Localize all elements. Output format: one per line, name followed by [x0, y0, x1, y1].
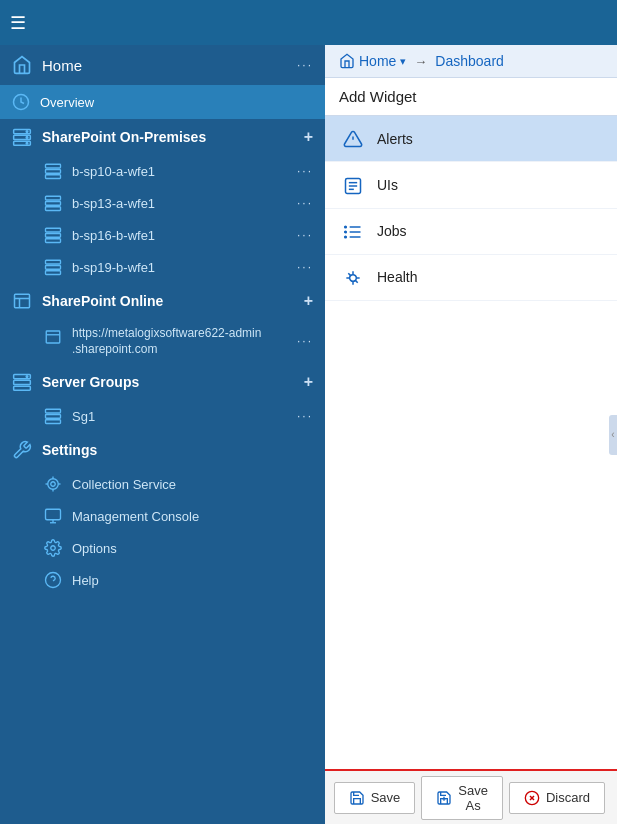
svg-rect-26 [14, 386, 31, 390]
collection-service-label: Collection Service [72, 477, 176, 492]
save-button[interactable]: Save [334, 782, 416, 814]
sg1-dots[interactable]: ··· [297, 409, 313, 423]
svg-rect-9 [46, 175, 61, 179]
server-2-dots[interactable]: ··· [297, 228, 313, 242]
settings-icon [12, 440, 32, 460]
save-icon [349, 789, 365, 807]
widget-alerts-label: Alerts [377, 131, 413, 147]
svg-rect-22 [46, 331, 60, 343]
sidebar-item-home[interactable]: Home ··· [0, 45, 325, 85]
settings-label: Settings [42, 442, 97, 458]
sidebar: Home ··· Overview [0, 45, 325, 824]
svg-point-6 [26, 142, 28, 144]
svg-rect-29 [46, 415, 61, 419]
sidebar-item-server-1[interactable]: b-sp13-a-wfe1 ··· [0, 187, 325, 219]
server-0-dots[interactable]: ··· [297, 164, 313, 178]
svg-rect-8 [46, 170, 61, 174]
save-label: Save [371, 790, 401, 805]
svg-rect-16 [46, 260, 61, 264]
svg-rect-11 [46, 202, 61, 206]
svg-point-31 [51, 482, 56, 487]
help-label: Help [72, 573, 99, 588]
svg-rect-15 [46, 239, 61, 243]
server-3-dots[interactable]: ··· [297, 260, 313, 274]
sharepoint-online-icon [12, 291, 32, 311]
svg-rect-7 [46, 164, 61, 168]
breadcrumb-home-icon [339, 53, 355, 69]
svg-rect-25 [14, 381, 31, 385]
save-as-icon [436, 789, 452, 807]
sidebar-section-server-groups[interactable]: Server Groups + [0, 364, 325, 400]
svg-rect-37 [46, 509, 61, 520]
top-bar: ☰ [0, 0, 617, 45]
sharepoint-onprem-icon [12, 127, 32, 147]
server-groups-icon [12, 372, 32, 392]
overview-label: Overview [40, 95, 94, 110]
online-site-0-dots[interactable]: ··· [297, 334, 313, 350]
sidebar-item-online-site-0[interactable]: https://metalogixsoftware622-admin .shar… [0, 319, 325, 364]
save-as-label: Save As [458, 783, 488, 813]
sidebar-item-sg1[interactable]: Sg1 ··· [0, 400, 325, 432]
breadcrumb-bar: Home ▾ → Dashboard [325, 45, 617, 78]
collection-service-icon [44, 475, 62, 493]
sidebar-scroll: Home ··· Overview [0, 45, 325, 824]
widget-item-alerts[interactable]: Alerts [325, 116, 617, 162]
overview-icon [12, 93, 30, 111]
breadcrumb-dashboard-label: Dashboard [435, 53, 504, 69]
svg-point-4 [26, 131, 28, 133]
svg-rect-19 [15, 294, 30, 307]
svg-line-61 [355, 280, 357, 282]
discard-label: Discard [546, 790, 590, 805]
sidebar-item-server-3[interactable]: b-sp19-b-wfe1 ··· [0, 251, 325, 283]
sidebar-section-sharepoint-online[interactable]: SharePoint Online + [0, 283, 325, 319]
sidebar-item-help[interactable]: Help [0, 564, 325, 596]
breadcrumb-home-label: Home [359, 53, 396, 69]
svg-rect-14 [46, 234, 61, 238]
server-icon [44, 258, 62, 276]
options-label: Options [72, 541, 117, 556]
svg-point-40 [51, 546, 56, 551]
sidebar-section-sharepoint-onprem[interactable]: SharePoint On-Premises + [0, 119, 325, 155]
sidebar-section-settings: Settings [0, 432, 325, 468]
server-2-label: b-sp16-b-wfe1 [72, 228, 155, 243]
right-panel-handle[interactable]: ‹ [609, 415, 617, 455]
sidebar-item-management-console[interactable]: Management Console [0, 500, 325, 532]
svg-rect-28 [46, 409, 61, 413]
add-sharepoint-online-button[interactable]: + [304, 292, 313, 310]
add-widget-title: Add Widget [339, 88, 417, 105]
svg-line-60 [348, 273, 350, 275]
sharepoint-onprem-label: SharePoint On-Premises [42, 129, 206, 145]
sg1-label: Sg1 [72, 409, 95, 424]
add-server-group-button[interactable]: + [304, 373, 313, 391]
widget-item-health[interactable]: Health [325, 255, 617, 301]
breadcrumb-dropdown-icon[interactable]: ▾ [400, 55, 406, 68]
breadcrumb-arrow: → [414, 54, 427, 69]
server-groups-label: Server Groups [42, 374, 139, 390]
widget-list: Alerts UIs [325, 116, 617, 769]
svg-point-41 [46, 573, 61, 588]
bottom-toolbar: Save Save As [325, 769, 617, 824]
home-icon [12, 55, 32, 75]
svg-rect-13 [46, 228, 61, 232]
save-as-button[interactable]: Save As [421, 776, 503, 820]
sidebar-item-server-2[interactable]: b-sp16-b-wfe1 ··· [0, 219, 325, 251]
main-area: Home ··· Overview [0, 45, 617, 824]
discard-button[interactable]: Discard [509, 782, 605, 814]
add-widget-header: Add Widget [325, 78, 617, 116]
sidebar-item-server-0[interactable]: b-sp10-a-wfe1 ··· [0, 155, 325, 187]
server-1-dots[interactable]: ··· [297, 196, 313, 210]
breadcrumb-home[interactable]: Home ▾ [339, 53, 406, 69]
widget-item-jobs[interactable]: Jobs [325, 209, 617, 255]
server-icon [44, 226, 62, 244]
sidebar-item-collection-service[interactable]: Collection Service [0, 468, 325, 500]
online-site-0-label: https://metalogixsoftware622-admin .shar… [72, 326, 261, 357]
management-console-label: Management Console [72, 509, 199, 524]
add-sharepoint-onprem-button[interactable]: + [304, 128, 313, 146]
hamburger-icon[interactable]: ☰ [10, 12, 26, 34]
home-options-dots[interactable]: ··· [297, 58, 313, 72]
home-label: Home [42, 57, 82, 74]
sidebar-item-options[interactable]: Options [0, 532, 325, 564]
server-icon [44, 194, 62, 212]
widget-item-uls[interactable]: UIs [325, 162, 617, 208]
sidebar-item-overview[interactable]: Overview [0, 85, 325, 119]
